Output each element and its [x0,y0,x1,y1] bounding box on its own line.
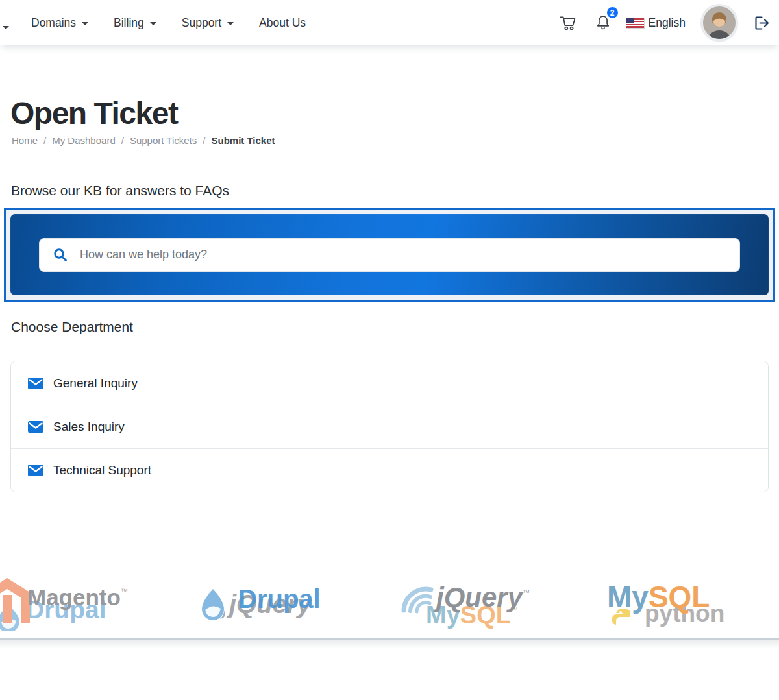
language-selector[interactable]: English [626,16,686,30]
partner-logo-carousel: Drupal Magento™ jQuery Drupal [0,574,779,637]
envelope-icon [28,421,43,433]
logo-mysql: python MySQL [568,574,779,637]
logout-icon [753,14,771,32]
nav-item-support[interactable]: Support [182,16,234,30]
drupal-drop-icon [198,588,228,626]
nav-item-domains[interactable]: Domains [31,16,88,30]
footer-divider [0,638,779,649]
department-technical-support[interactable]: Technical Support [11,448,768,492]
breadcrumb-support-tickets[interactable]: Support Tickets [130,135,197,146]
chevron-down-icon [227,22,234,25]
breadcrumb: Home / My Dashboard / Support Tickets / … [12,135,275,146]
department-label: General Inquiry [53,376,138,391]
department-label: Sales Inquiry [53,420,125,434]
logo-drupal: jQuery Drupal [198,574,393,637]
shopping-cart-icon [559,14,576,31]
kb-search-input[interactable] [39,238,740,272]
chevron-down-icon [150,22,156,25]
kb-search-panel [10,214,769,295]
top-navbar: Domains Billing Support About Us 2 Engli… [0,0,779,45]
language-label: English [649,16,686,30]
avatar-photo [702,5,737,40]
envelope-icon [28,465,43,476]
kb-search-section [4,208,775,302]
nav-item-billing[interactable]: Billing [114,16,156,30]
logout-button[interactable] [753,14,771,32]
user-avatar[interactable] [702,5,737,40]
choose-department-heading: Choose Department [11,319,133,335]
department-general-inquiry[interactable]: General Inquiry [11,361,768,405]
notifications-button[interactable]: 2 [595,14,611,31]
cart-button[interactable] [559,14,576,31]
department-sales-inquiry[interactable]: Sales Inquiry [11,405,768,448]
page-title: Open Ticket [10,95,177,131]
nav-menu: Domains Billing Support About Us [0,0,306,45]
chevron-down-icon [82,22,88,25]
breadcrumb-home[interactable]: Home [12,135,38,146]
envelope-icon [28,378,43,389]
nav-item-about-us[interactable]: About Us [259,16,306,30]
breadcrumb-my-dashboard[interactable]: My Dashboard [52,135,116,146]
kb-heading: Browse our KB for answers to FAQs [11,183,229,199]
nav-actions: 2 English [559,0,771,45]
logo-magento: Drupal Magento™ [0,574,151,637]
notification-count-badge: 2 [606,6,619,19]
department-label: Technical Support [53,463,151,477]
us-flag-icon [626,18,644,28]
search-icon [53,248,68,262]
breadcrumb-submit-ticket: Submit Ticket [211,135,275,146]
department-list: General Inquiry Sales Inquiry Technical … [10,361,769,492]
